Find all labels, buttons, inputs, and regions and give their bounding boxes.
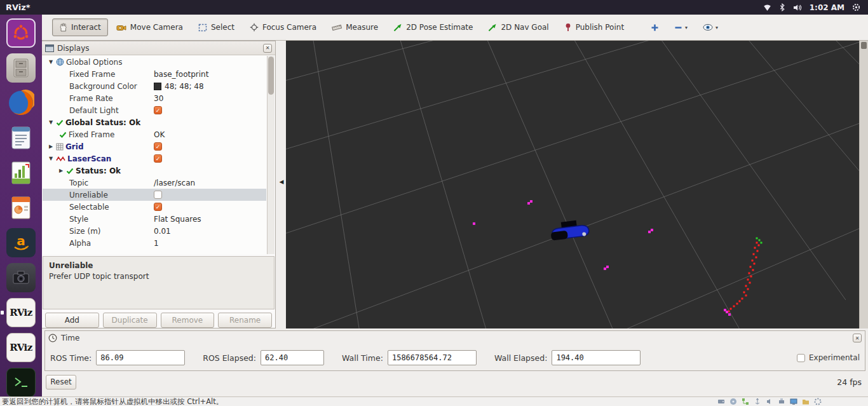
- time-input-ros-elapsed[interactable]: [261, 350, 324, 365]
- reset-button[interactable]: Reset: [46, 375, 76, 389]
- time-close-button[interactable]: ✕: [853, 334, 862, 342]
- move-camera-icon: [116, 24, 126, 32]
- tool-2d-pose-estimate[interactable]: 2D Pose Estimate: [386, 18, 480, 36]
- launcher-item-amazon[interactable]: a: [6, 227, 36, 258]
- tree-row-unreliable[interactable]: Unreliable: [43, 189, 266, 201]
- vm-cd-icon[interactable]: [728, 398, 738, 406]
- launcher-item-libreoffice-calc[interactable]: [6, 158, 36, 188]
- vm-usb-icon[interactable]: [752, 398, 762, 406]
- launcher-item-rviz[interactable]: RViz: [6, 332, 36, 363]
- tool-publish-point[interactable]: Publish Point: [557, 18, 631, 36]
- viewport-scrollbar[interactable]: [859, 41, 868, 328]
- displays-close-button[interactable]: ✕: [263, 44, 272, 53]
- tree-row-global-options[interactable]: ▼Global Options: [43, 56, 266, 68]
- tree-row-global-status-ok[interactable]: ▼Global Status: Ok: [43, 116, 266, 128]
- launcher-item-ubuntu-logo[interactable]: [6, 18, 36, 48]
- rename-button[interactable]: Rename: [218, 313, 272, 328]
- launcher-item-firefox[interactable]: [6, 88, 36, 118]
- vmware-statusbar: 要返回到您的计算机，请将鼠标指针从虚拟机中移出或按 Ctrl+Alt。: [0, 396, 868, 406]
- clock[interactable]: 1:02 AM: [810, 3, 844, 12]
- time-field-ros-time: ROS Time:: [50, 350, 185, 365]
- time-input-ros-time[interactable]: [96, 350, 185, 365]
- tree-row-size-m[interactable]: Size (m)0.01: [43, 225, 266, 237]
- expander-icon[interactable]: ▼: [48, 119, 54, 125]
- tree-row-selectable[interactable]: Selectable✓: [43, 201, 266, 213]
- displays-scrollbar[interactable]: [267, 56, 275, 254]
- render-view[interactable]: [286, 41, 859, 328]
- duplicate-button[interactable]: Duplicate: [103, 313, 157, 328]
- launcher-item-screenshot-tool[interactable]: [6, 262, 36, 293]
- time-field-label: Wall Elapsed:: [494, 353, 547, 363]
- vm-hard-disk-icon[interactable]: [716, 398, 726, 406]
- grid-icon: [56, 143, 64, 151]
- launcher-item-text-editor[interactable]: [6, 123, 36, 153]
- tool-interact[interactable]: Interact: [52, 18, 108, 36]
- checkbox[interactable]: ✓: [154, 106, 162, 114]
- tool-tool-visibility[interactable]: ▾: [696, 18, 725, 36]
- expander-icon[interactable]: ▼: [48, 156, 54, 161]
- tree-row-fixed-frame[interactable]: Fixed FrameOK: [43, 128, 266, 140]
- checkbox[interactable]: ✓: [154, 154, 162, 163]
- tree-row-topic[interactable]: Topic/laser/scan: [43, 177, 266, 189]
- tree-row-frame-rate[interactable]: Frame Rate30: [43, 92, 266, 104]
- gear-icon[interactable]: [852, 3, 860, 11]
- dropdown-caret-icon: ▾: [715, 25, 718, 30]
- time-input-wall-time[interactable]: [388, 350, 477, 365]
- checkbox[interactable]: ✓: [154, 203, 162, 211]
- launcher-item-rviz[interactable]: RViz: [6, 297, 36, 328]
- tree-row-laserscan[interactable]: ▼LaserScan✓: [43, 152, 266, 165]
- vm-printer-icon[interactable]: [776, 398, 786, 406]
- viewport-scrollbar-thumb[interactable]: [861, 42, 867, 49]
- vm-display-icon[interactable]: [789, 398, 798, 406]
- property-label: Unreliable: [69, 191, 108, 200]
- pose-estimate-icon: [393, 24, 402, 32]
- vm-sound-icon[interactable]: [764, 398, 774, 406]
- launcher-item-terminal[interactable]: [6, 367, 36, 396]
- vm-network-icon[interactable]: [740, 398, 750, 406]
- bluetooth-icon[interactable]: [779, 3, 785, 11]
- launcher-item-files[interactable]: [6, 53, 36, 83]
- tree-row-grid[interactable]: ▶Grid✓: [43, 140, 266, 152]
- time-input-wall-elapsed[interactable]: [552, 350, 641, 365]
- tool-add-tool[interactable]: [644, 18, 666, 36]
- volume-icon[interactable]: [793, 4, 802, 11]
- expander-icon[interactable]: ▼: [48, 59, 54, 65]
- panel-collapse-handle[interactable]: ◀: [277, 173, 286, 190]
- checkbox[interactable]: ✓: [154, 142, 162, 151]
- tree-row-alpha[interactable]: Alpha1: [43, 237, 266, 249]
- add-button[interactable]: Add: [45, 313, 99, 328]
- tool-2d-nav-goal[interactable]: 2D Nav Goal: [481, 18, 555, 36]
- checkbox[interactable]: [154, 191, 162, 199]
- property-label: Frame Rate: [69, 94, 113, 103]
- tool-focus-camera[interactable]: Focus Camera: [243, 18, 323, 36]
- displays-panel-header[interactable]: Displays ✕: [42, 41, 275, 55]
- tree-row-style[interactable]: StyleFlat Squares: [43, 213, 266, 225]
- tree-row-background-color[interactable]: Background Color48; 48; 48: [43, 80, 266, 92]
- check-icon: [56, 119, 64, 126]
- tool-select[interactable]: Select: [191, 18, 241, 36]
- vm-folder-icon[interactable]: [801, 398, 810, 406]
- tree-row-status-ok[interactable]: ▶Status: Ok: [43, 165, 266, 177]
- time-panel-header[interactable]: Time ✕: [45, 331, 865, 345]
- tree-row-fixed-frame[interactable]: Fixed Framebase_footprint: [43, 68, 266, 80]
- displays-panel: Displays ✕ ▼Global OptionsFixed Framebas…: [42, 41, 276, 328]
- tool-measure[interactable]: Measure: [325, 18, 385, 36]
- tree-row-default-light[interactable]: Default Light✓: [43, 104, 266, 116]
- launcher-item-libreoffice-impress[interactable]: [6, 193, 36, 223]
- vm-tools-icon[interactable]: [813, 398, 822, 406]
- tool-move-camera[interactable]: Move Camera: [109, 18, 190, 36]
- displays-scrollbar-thumb[interactable]: [268, 57, 274, 95]
- experimental-checkbox[interactable]: [797, 354, 805, 362]
- globe-icon: [56, 58, 64, 66]
- expander-icon[interactable]: ▶: [48, 144, 54, 149]
- property-value: 30: [154, 94, 163, 103]
- running-indicator: [1, 311, 4, 315]
- tool-remove-tool[interactable]: ▾: [667, 18, 695, 36]
- property-label: Background Color: [69, 82, 137, 91]
- select-icon: [198, 24, 207, 32]
- network-icon[interactable]: [763, 4, 771, 11]
- clock-icon: [48, 334, 57, 342]
- time-field-wall-time: Wall Time:: [342, 350, 477, 365]
- remove-button[interactable]: Remove: [161, 313, 215, 328]
- expander-icon[interactable]: ▶: [58, 168, 64, 173]
